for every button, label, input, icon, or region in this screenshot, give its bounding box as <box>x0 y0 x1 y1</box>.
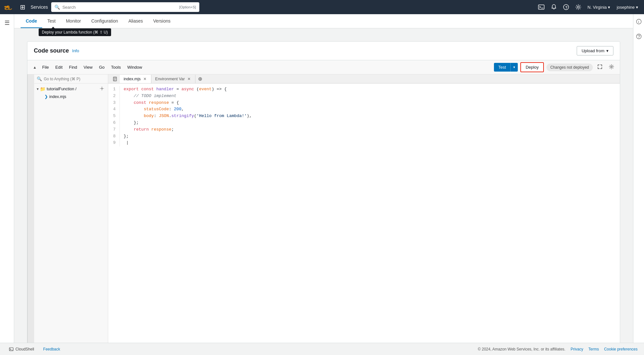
code-source-heading: Code source <box>34 47 69 54</box>
svg-point-10 <box>636 34 641 39</box>
settings-button[interactable] <box>573 2 584 12</box>
tabs-bar: Code Test Monitor Configuration Aliases … <box>14 14 633 28</box>
right-sidebar-icon-2[interactable] <box>635 32 643 42</box>
add-tab-button[interactable]: ⊕ <box>195 74 205 83</box>
file-tree: 🔍 ▾ 📁 tutorialFunction / <box>34 74 108 343</box>
code-content: export const handler = async (event) => … <box>124 86 620 146</box>
editor-tab-close-button[interactable]: ✕ <box>143 77 147 81</box>
region-dropdown-icon: ▾ <box>608 5 610 10</box>
code-line-4: statusCode: 200, <box>124 106 616 113</box>
search-input[interactable] <box>62 5 177 10</box>
svg-text:?: ? <box>565 5 567 9</box>
code-area[interactable]: 1 2 3 4 5 6 7 8 9 <box>108 84 620 343</box>
svg-text:aws: aws <box>4 5 8 8</box>
tab-code[interactable]: Code <box>21 15 42 28</box>
aws-logo: aws <box>3 1 15 13</box>
ide-menu-go[interactable]: Go <box>97 64 107 71</box>
copyright-text: © 2024, Amazon Web Services, Inc. or its… <box>478 347 565 351</box>
cookie-preferences-link[interactable]: Cookie preferences <box>604 347 638 351</box>
tree-file-item[interactable]: ❯ index.mjs <box>34 93 108 100</box>
folder-settings-button[interactable] <box>99 86 105 92</box>
tab-aliases[interactable]: Aliases <box>123 15 148 28</box>
ide-toolbar: ▲ File Edit Find View Go Tools Window Te… <box>27 60 620 74</box>
right-mini-sidebar: i <box>633 14 644 343</box>
tab-configuration[interactable]: Configuration <box>86 15 123 28</box>
region-selector[interactable]: N. Virginia ▾ <box>585 3 613 12</box>
ide-menu-view[interactable]: View <box>81 64 95 71</box>
help-button[interactable]: ? <box>561 2 572 12</box>
chevron-down-icon: ▾ <box>37 87 39 91</box>
ide-collapse-button[interactable]: ▲ <box>31 64 38 71</box>
code-line-1: export const handler = async (event) => … <box>124 86 616 93</box>
terminal-icon-button[interactable] <box>535 3 547 12</box>
username-label: josephine <box>617 5 635 10</box>
search-shortcut: [Option+S] <box>179 5 196 9</box>
tab-monitor[interactable]: Monitor <box>61 15 86 28</box>
notifications-button[interactable] <box>548 2 559 12</box>
grid-icon[interactable]: ⊞ <box>18 1 27 13</box>
ide-actions: Test ▾ Deploy Changes not deployed <box>494 62 616 72</box>
folder-icon: 📁 <box>40 86 45 92</box>
terms-link[interactable]: Terms <box>588 347 599 351</box>
editor-tab-index-label: index.mjs <box>124 77 141 81</box>
editor-tab-env-var[interactable]: Environment Var ✕ <box>151 75 195 83</box>
changes-not-deployed-badge: Changes not deployed <box>546 64 593 71</box>
nav-right-actions: ? N. Virginia ▾ josephine ▾ <box>535 2 641 12</box>
top-navigation: aws ⊞ Services 🔍 [Option+S] ? N. Virgini… <box>0 0 644 14</box>
upload-from-button[interactable]: Upload from ▾ <box>577 46 613 55</box>
tab-test[interactable]: Test <box>42 15 61 28</box>
code-line-3: const response = { <box>124 100 616 106</box>
cloudshell-button[interactable]: CloudShell <box>6 346 37 353</box>
deploy-button[interactable]: Deploy <box>520 62 544 72</box>
svg-rect-1 <box>538 5 544 9</box>
svg-point-11 <box>639 37 639 38</box>
privacy-link[interactable]: Privacy <box>571 347 583 351</box>
code-lines: 1 2 3 4 5 6 7 8 9 <box>108 84 620 149</box>
info-link[interactable]: Info <box>72 48 79 53</box>
user-menu[interactable]: josephine ▾ <box>614 3 641 12</box>
upload-from-label: Upload from <box>582 48 604 53</box>
editor-tab-env-close-button[interactable]: ✕ <box>187 77 191 81</box>
svg-point-6 <box>101 88 103 89</box>
main-content: Code Test Monitor Configuration Aliases … <box>14 14 633 343</box>
ide-body: Environment 🔍 ▾ 📁 tutorialFunction / <box>27 74 620 343</box>
test-button[interactable]: Test <box>494 63 511 72</box>
test-button-group: Test ▾ <box>494 63 518 72</box>
tree-folder-item[interactable]: ▾ 📁 tutorialFunction / <box>34 85 108 93</box>
ide-settings-button[interactable] <box>607 63 616 72</box>
right-sidebar-icon-1[interactable]: i <box>635 17 643 27</box>
user-dropdown-icon: ▾ <box>636 5 638 10</box>
editor-tab-index-mjs[interactable]: index.mjs ✕ <box>120 75 151 83</box>
cloudshell-label: CloudShell <box>15 347 34 351</box>
sidebar-toggle-button[interactable]: ☰ <box>3 17 12 28</box>
footer: CloudShell Feedback © 2024, Amazon Web S… <box>0 343 644 355</box>
line-numbers: 1 2 3 4 5 6 7 8 9 <box>108 86 120 146</box>
test-dropdown-button[interactable]: ▾ <box>510 63 518 72</box>
code-line-2: // TODO implement <box>124 93 616 100</box>
code-line-7: return response; <box>124 126 616 133</box>
svg-point-4 <box>577 6 579 8</box>
region-label: N. Virginia <box>588 5 607 10</box>
feedback-button[interactable]: Feedback <box>41 346 63 353</box>
folder-name: tutorialFunction / <box>47 87 76 91</box>
ide-expand-button[interactable] <box>595 63 604 72</box>
code-source-header: Code source Info Upload from ▾ <box>27 42 620 60</box>
tab-versions[interactable]: Versions <box>148 15 176 28</box>
code-source-panel: Code source Info Upload from ▾ ▲ File Ed… <box>27 41 620 343</box>
ide-menu-window[interactable]: Window <box>125 64 145 71</box>
services-nav-item[interactable]: Services <box>31 5 48 10</box>
code-line-8: }; <box>124 133 616 140</box>
code-source-title: Code source Info <box>34 47 79 54</box>
editor-tab-file-icon <box>110 75 120 83</box>
code-line-9 <box>124 140 616 146</box>
ide-menu-tools[interactable]: Tools <box>109 64 123 71</box>
footer-right: © 2024, Amazon Web Services, Inc. or its… <box>478 347 638 351</box>
ide-menu-edit[interactable]: Edit <box>53 64 65 71</box>
editor-tab-env-label: Environment Var <box>155 77 185 81</box>
search-bar[interactable]: 🔍 [Option+S] <box>51 2 199 12</box>
file-tree-search-input[interactable] <box>44 77 105 81</box>
ide-menu-file[interactable]: File <box>40 64 52 71</box>
environment-label: Environment <box>27 74 34 343</box>
ide-menu-find[interactable]: Find <box>66 64 80 71</box>
file-tree-search-icon: 🔍 <box>37 76 42 81</box>
